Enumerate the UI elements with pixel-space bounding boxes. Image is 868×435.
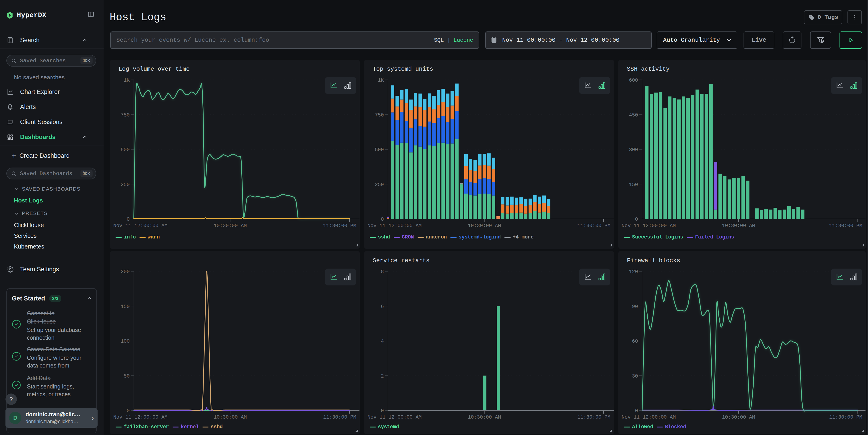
svg-text:Nov 11 12:00:00 AM: Nov 11 12:00:00 AM <box>113 414 167 420</box>
svg-text:6: 6 <box>381 304 384 310</box>
svg-text:100: 100 <box>121 339 130 344</box>
svg-text:11:30:00 PM: 11:30:00 PM <box>323 223 356 229</box>
svg-text:200: 200 <box>121 269 130 275</box>
svg-text:450: 450 <box>629 113 638 118</box>
svg-text:11:30:00 PM: 11:30:00 PM <box>829 414 862 420</box>
svg-text:30: 30 <box>632 373 638 379</box>
svg-text:10:30:00 AM: 10:30:00 AM <box>722 223 755 229</box>
svg-text:Nov 11 12:00:00 AM: Nov 11 12:00:00 AM <box>622 223 676 229</box>
svg-text:10:30:00 AM: 10:30:00 AM <box>214 223 247 229</box>
svg-text:Nov 11 12:00:00 AM: Nov 11 12:00:00 AM <box>113 223 167 229</box>
svg-text:750: 750 <box>375 113 384 118</box>
svg-text:60: 60 <box>632 339 638 344</box>
svg-text:0: 0 <box>127 217 130 222</box>
svg-text:Nov 11 12:00:00 AM: Nov 11 12:00:00 AM <box>622 414 676 420</box>
svg-text:2: 2 <box>381 373 384 379</box>
svg-text:8: 8 <box>381 269 384 275</box>
svg-text:10:30:00 AM: 10:30:00 AM <box>214 414 247 420</box>
svg-text:10:30:00 AM: 10:30:00 AM <box>468 414 501 420</box>
svg-text:500: 500 <box>121 147 130 153</box>
svg-text:Nov 11 12:00:00 AM: Nov 11 12:00:00 AM <box>367 414 422 420</box>
svg-text:Nov 11 12:00:00 AM: Nov 11 12:00:00 AM <box>367 223 422 229</box>
svg-text:750: 750 <box>121 113 130 118</box>
svg-text:250: 250 <box>121 182 130 188</box>
svg-text:150: 150 <box>629 182 638 188</box>
svg-text:300: 300 <box>629 147 638 153</box>
svg-text:0: 0 <box>635 408 638 414</box>
svg-text:10:30:00 AM: 10:30:00 AM <box>722 414 755 420</box>
svg-text:500: 500 <box>375 147 384 153</box>
svg-text:11:30:00 PM: 11:30:00 PM <box>829 223 862 229</box>
svg-text:11:30:00 PM: 11:30:00 PM <box>578 414 611 420</box>
svg-text:1K: 1K <box>124 77 130 83</box>
svg-text:0: 0 <box>127 408 130 414</box>
svg-text:600: 600 <box>629 77 638 83</box>
svg-text:1K: 1K <box>378 77 384 83</box>
svg-text:120: 120 <box>629 269 638 275</box>
svg-text:11:30:00 PM: 11:30:00 PM <box>578 223 611 229</box>
svg-text:0: 0 <box>635 217 638 222</box>
svg-text:250: 250 <box>375 182 384 188</box>
svg-text:0: 0 <box>381 217 384 222</box>
svg-text:4: 4 <box>381 339 384 344</box>
svg-text:90: 90 <box>632 304 638 310</box>
svg-text:150: 150 <box>121 304 130 310</box>
svg-text:0: 0 <box>381 408 384 414</box>
svg-text:10:30:00 AM: 10:30:00 AM <box>468 223 501 229</box>
svg-text:50: 50 <box>124 373 130 379</box>
svg-text:11:30:00 PM: 11:30:00 PM <box>323 414 356 420</box>
